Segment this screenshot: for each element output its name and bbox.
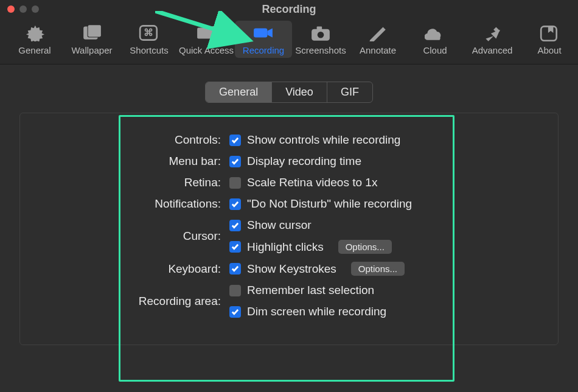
checkbox-option: "Do Not Disturb" while recording: [229, 197, 412, 211]
subtab-general[interactable]: General: [206, 82, 271, 102]
toolbar-tab-cloud[interactable]: Cloud: [406, 21, 464, 58]
checkbox-label: Remember last selection: [247, 284, 374, 297]
checkbox[interactable]: [229, 198, 241, 210]
toolbar-tab-shortcuts[interactable]: ⌘ Shortcuts: [120, 21, 178, 58]
svg-point-7: [318, 32, 324, 38]
setting-row: Menu bar:Display recording time: [20, 155, 534, 168]
checkbox-option: Show cursor: [229, 219, 392, 232]
about-icon: [539, 24, 560, 41]
toolbar-tab-screenshots[interactable]: Screenshots: [292, 21, 349, 58]
toolbar-tab-advanced[interactable]: Advanced: [464, 21, 521, 58]
checkbox-label: "Do Not Disturb" while recording: [247, 197, 412, 211]
setting-row: Keyboard:Show KeystrokesOptions...: [20, 262, 534, 276]
general-icon: [24, 24, 45, 41]
toolbar-tab-general[interactable]: General: [6, 21, 63, 58]
svg-rect-8: [317, 26, 322, 29]
checkbox[interactable]: [229, 285, 241, 296]
subtab-gif[interactable]: GIF: [327, 82, 372, 102]
advanced-icon: [482, 24, 503, 41]
recording-icon: [253, 24, 274, 41]
checkbox[interactable]: [229, 135, 241, 146]
recording-subtabs: GeneralVideoGIF: [205, 82, 373, 103]
window-title: Recording: [0, 3, 578, 16]
svg-rect-2: [88, 25, 101, 37]
setting-row: Controls:Show controls while recording: [20, 133, 534, 147]
toolbar-tab-label: Cloud: [423, 45, 447, 55]
setting-label: Keyboard:: [20, 262, 229, 276]
screenshots-icon: [310, 24, 331, 41]
setting-options: Remember last selectionDim screen while …: [229, 284, 386, 318]
setting-label: Menu bar:: [20, 155, 229, 168]
setting-row: Cursor:Show cursorHighlight clicksOption…: [20, 219, 534, 254]
checkbox-option: Remember last selection: [229, 284, 386, 297]
checkbox[interactable]: [229, 306, 241, 318]
toolbar-tab-label: Advanced: [472, 45, 513, 55]
setting-row: Retina:Scale Retina videos to 1x: [20, 176, 534, 189]
toolbar-tab-label: Shortcuts: [130, 45, 168, 55]
svg-rect-5: [197, 28, 213, 39]
checkbox[interactable]: [229, 241, 241, 253]
setting-options: Show controls while recording: [229, 133, 400, 147]
setting-options: Show KeystrokesOptions...: [229, 262, 405, 276]
toolbar-tab-recording[interactable]: Recording: [235, 21, 292, 58]
toolbar-tab-label: Screenshots: [295, 45, 346, 55]
toolbar-tab-label: General: [18, 45, 50, 55]
checkbox-option: Scale Retina videos to 1x: [229, 176, 377, 189]
options-button[interactable]: Options...: [338, 240, 392, 254]
checkbox-label: Show Keystrokes: [247, 262, 336, 276]
setting-options: "Do Not Disturb" while recording: [229, 197, 412, 211]
setting-options: Display recording time: [229, 155, 361, 168]
toolbar-tab-label: Recording: [243, 45, 284, 55]
quick-access-icon: [196, 24, 217, 41]
checkbox[interactable]: [229, 177, 241, 189]
checkbox-label: Dim screen while recording: [247, 305, 386, 318]
setting-label: Controls:: [20, 133, 229, 147]
setting-label: Cursor:: [20, 229, 229, 243]
wallpaper-icon: [82, 24, 102, 41]
toolbar-tab-label: Quick Access: [179, 45, 234, 55]
titlebar: Recording: [0, 0, 578, 18]
options-button[interactable]: Options...: [351, 262, 405, 276]
toolbar-tab-quick-access[interactable]: Quick Access: [178, 21, 235, 58]
setting-row: Recording area:Remember last selectionDi…: [20, 284, 534, 318]
checkbox-option: Show KeystrokesOptions...: [229, 262, 405, 276]
setting-label: Notifications:: [20, 197, 229, 211]
preferences-toolbar: General Wallpaper⌘ Shortcuts Quick Acces…: [0, 18, 578, 65]
setting-options: Scale Retina videos to 1x: [229, 176, 377, 189]
toolbar-tab-label: About: [537, 45, 561, 55]
toolbar-tab-wallpaper[interactable]: Wallpaper: [63, 21, 120, 58]
toolbar-tab-label: Wallpaper: [72, 45, 113, 55]
subtab-video[interactable]: Video: [271, 82, 327, 102]
checkbox-option: Show controls while recording: [229, 133, 400, 147]
checkbox-option: Highlight clicksOptions...: [229, 240, 392, 254]
setting-row: Notifications:"Do Not Disturb" while rec…: [20, 197, 534, 211]
checkbox-label: Scale Retina videos to 1x: [247, 176, 377, 189]
checkbox[interactable]: [229, 263, 241, 275]
checkbox[interactable]: [229, 156, 241, 167]
checkbox-label: Show cursor: [247, 219, 312, 232]
cloud-icon: [425, 24, 445, 41]
setting-label: Recording area:: [20, 295, 229, 308]
toolbar-tab-label: Annotate: [360, 45, 396, 55]
svg-text:⌘: ⌘: [144, 27, 153, 38]
toolbar-tab-annotate[interactable]: Annotate: [349, 21, 406, 58]
checkbox-label: Show controls while recording: [247, 133, 400, 147]
checkbox[interactable]: [229, 220, 241, 231]
checkbox-label: Display recording time: [247, 155, 361, 168]
checkbox-option: Dim screen while recording: [229, 305, 386, 318]
settings-panel: Controls:Show controls while recordingMe…: [19, 113, 559, 345]
shortcuts-icon: ⌘: [139, 24, 159, 41]
setting-label: Retina:: [20, 176, 229, 189]
annotate-icon: [367, 24, 388, 41]
setting-options: Show cursorHighlight clicksOptions...: [229, 219, 392, 254]
toolbar-tab-about[interactable]: About: [521, 21, 578, 58]
checkbox-label: Highlight clicks: [247, 240, 324, 254]
checkbox-option: Display recording time: [229, 155, 361, 168]
